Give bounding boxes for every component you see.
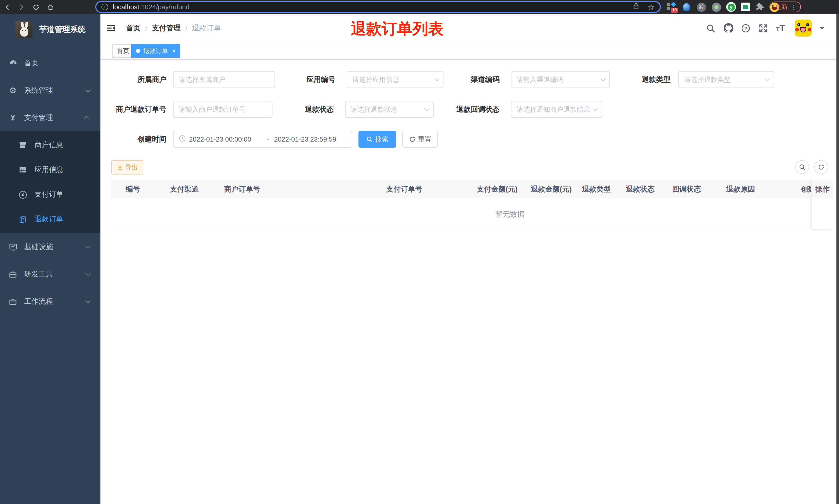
tab-refund-order[interactable]: 退款订单 ×	[131, 44, 180, 58]
fixed-action-column: 操作	[811, 180, 833, 230]
browser-menu-icon[interactable]: ⋮	[790, 3, 797, 11]
extensions-puzzle-icon[interactable]	[755, 2, 765, 12]
breadcrumb-pay[interactable]: 支付管理	[152, 23, 181, 33]
refund-type-select[interactable]: 请选择退款类型	[678, 71, 774, 88]
sidebar-item-infra[interactable]: 基础设施	[0, 233, 101, 260]
browser-toolbar: i localhost:1024/pay/refund ☆ 10 ⌘ y	[0, 0, 839, 14]
breadcrumb-home[interactable]: 首页	[126, 23, 141, 33]
app-select[interactable]: 请选择应用信息	[346, 71, 444, 88]
breadcrumb-current: 退款订单	[192, 23, 221, 33]
refund-status-label: 退款状态	[272, 101, 334, 118]
extension-command-icon[interactable]: ⌘	[696, 2, 706, 12]
extension-balloon-icon[interactable]	[681, 2, 691, 12]
briefcase-icon	[8, 297, 18, 306]
chevron-down-icon	[86, 298, 91, 303]
channel-select[interactable]: 请输入渠道编码	[511, 71, 610, 88]
chevron-down-icon	[765, 76, 770, 82]
extensions-row: 10 ⌘ y	[666, 0, 779, 14]
fullscreen-icon[interactable]	[758, 23, 768, 33]
back-icon[interactable]	[0, 0, 14, 14]
col-refund-type: 退款类型	[577, 184, 621, 194]
extension-grid-icon[interactable]: 10	[666, 2, 676, 12]
col-pay-channel: 支付渠道	[165, 184, 219, 194]
monitor-icon	[8, 242, 18, 251]
extension-y-icon[interactable]: y	[726, 2, 736, 12]
screen: i localhost:1024/pay/refund ☆ 10 ⌘ y	[0, 0, 839, 504]
sidebar-item-pay[interactable]: ¥ 支付管理	[0, 104, 101, 131]
bookmark-star-icon[interactable]: ☆	[648, 3, 655, 11]
sidebar-item-devtools[interactable]: 研发工具	[0, 260, 101, 288]
user-avatar[interactable]	[795, 20, 812, 37]
col-merchant-order-no: 商户订单号	[219, 184, 381, 194]
shop-icon	[19, 141, 27, 149]
date-separator: -	[265, 136, 271, 143]
chevron-down-icon	[424, 106, 430, 111]
share-icon[interactable]	[632, 2, 639, 12]
channel-label: 渠道编码	[438, 71, 500, 88]
gear-icon: ⚙	[8, 86, 18, 95]
sidebar-item-merchant-info[interactable]: 商户信息	[0, 133, 101, 158]
col-refund-reason: 退款原因	[721, 184, 796, 194]
search-icon[interactable]	[706, 23, 716, 33]
app-title: 芋道管理系统	[39, 25, 86, 35]
close-icon[interactable]: ×	[172, 48, 176, 54]
empty-text: 暂无数据	[407, 198, 613, 230]
notify-status-select[interactable]: 请选择通知商户退款结果的	[511, 101, 602, 118]
create-time-label: 创建时间	[105, 131, 166, 148]
address-bar[interactable]: i localhost:1024/pay/refund ☆	[95, 1, 661, 13]
extension-chat-icon[interactable]	[741, 3, 750, 11]
pay-order-icon: ¥	[19, 191, 27, 199]
refund-type-label: 退款类型	[609, 71, 671, 88]
home-icon[interactable]	[43, 0, 58, 14]
info-icon[interactable]: i	[102, 4, 108, 10]
tags-view: 首页 退款订单 ×	[101, 42, 839, 60]
chevron-down-icon	[593, 106, 598, 111]
col-pay-amount: 支付金额(元)	[469, 184, 523, 194]
refresh-table-button[interactable]	[814, 160, 828, 174]
forward-icon[interactable]	[14, 0, 29, 14]
tab-home[interactable]: 首页	[112, 44, 134, 58]
help-icon[interactable]: ?	[741, 23, 751, 33]
sidebar-item-app-info[interactable]: 应用信息	[0, 158, 101, 182]
search-button[interactable]: 搜索	[358, 131, 396, 148]
sidebar-item-system[interactable]: ⚙ 系统管理	[0, 77, 101, 104]
app-logo-row[interactable]: 芋道管理系统	[0, 14, 101, 38]
clock-icon	[179, 135, 186, 144]
sidebar-item-home[interactable]: 首页	[0, 50, 101, 77]
merchant-label: 所属商户	[105, 71, 166, 88]
col-pay-order-no: 支付订单号	[381, 184, 469, 194]
url-text: localhost:1024/pay/refund	[113, 3, 190, 11]
notify-status-label: 退款回调状态	[438, 101, 500, 118]
font-size-icon[interactable]: TT	[776, 23, 785, 33]
export-button[interactable]: 导出	[111, 160, 143, 175]
create-time-range-picker[interactable]: 2022-01-23 00:00:00 - 2022-01-23 23:59:5…	[173, 131, 352, 148]
github-icon[interactable]	[724, 23, 733, 33]
merchant-input[interactable]	[173, 71, 275, 88]
main-content: 所属商户 应用编号 请选择应用信息 渠道编码 请输入渠道编码 退款类型 请选择退…	[101, 60, 839, 504]
merchant-refund-no-input[interactable]	[173, 101, 272, 118]
refresh-icon	[818, 164, 825, 170]
chevron-down-icon	[86, 271, 91, 276]
table-header-row: 编号 支付渠道 商户订单号 支付订单号 支付金额(元) 退款金额(元) 退款类型…	[111, 180, 833, 198]
caret-down-icon[interactable]	[819, 27, 825, 32]
grid-icon	[19, 166, 27, 174]
svg-text:?: ?	[745, 26, 747, 31]
download-icon	[117, 164, 123, 170]
extension-dot-icon[interactable]	[711, 2, 721, 12]
toggle-search-button[interactable]	[795, 160, 809, 174]
sidebar-item-refund-order[interactable]: 退款订单	[0, 207, 101, 232]
refund-doc-icon	[19, 215, 27, 223]
refund-status-select[interactable]: 请选择退款状态	[345, 101, 434, 118]
table-body: 暂无数据	[111, 198, 833, 230]
sidebar-toggle-icon[interactable]	[107, 24, 115, 32]
sidebar-menu: 首页 ⚙ 系统管理 ¥ 支付管理 商户信息	[0, 50, 101, 315]
merchant-refund-no-label: 商户退款订单号	[105, 101, 166, 118]
reset-button[interactable]: 重置	[402, 131, 438, 148]
browser-update-button[interactable]: 更新 ⋮	[769, 2, 801, 12]
sidebar-item-pay-order[interactable]: ¥ 支付订单	[0, 182, 101, 207]
top-navbar: 首页 / 支付管理 / 退款订单 退款订单列表 ? TT	[101, 14, 839, 42]
sidebar-item-workflow[interactable]: 工作流程	[0, 288, 101, 315]
col-refund-amount: 退款金额(元)	[523, 184, 577, 194]
chevron-down-icon	[601, 76, 606, 82]
reload-icon[interactable]	[29, 0, 43, 14]
